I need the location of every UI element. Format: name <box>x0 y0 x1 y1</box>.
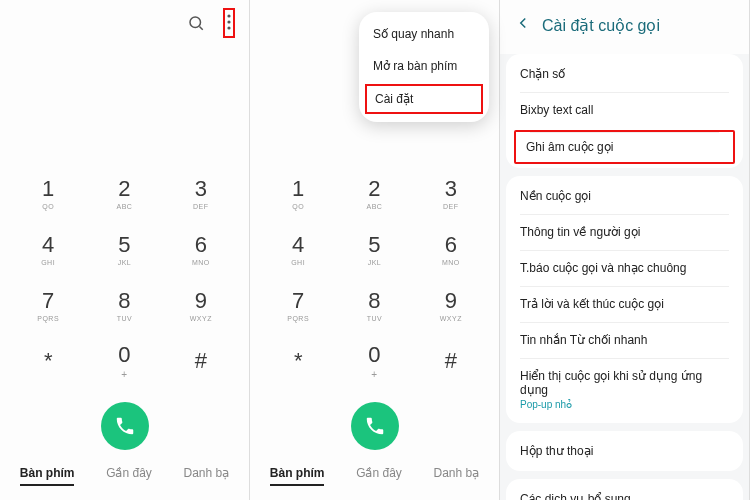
key-3[interactable]: 3DEF <box>171 168 231 218</box>
dialer-panel-step2: Số quay nhanh Mở ra bàn phím Cài đặt 1QO… <box>250 0 500 500</box>
tab-keypad[interactable]: Bàn phím <box>20 466 75 486</box>
settings-list: Chặn số Bixby text call Ghi âm cuộc gọi … <box>500 54 749 500</box>
key-7[interactable]: 7PQRS <box>268 280 328 330</box>
key-3[interactable]: 3DEF <box>421 168 481 218</box>
search-icon[interactable] <box>187 14 205 32</box>
key-6[interactable]: 6MNO <box>171 224 231 274</box>
setting-block-number[interactable]: Chặn số <box>506 56 743 92</box>
setting-notification[interactable]: T.báo cuộc gọi và nhạc chuông <box>506 250 743 286</box>
key-5[interactable]: 5JKL <box>94 224 154 274</box>
setting-bixby[interactable]: Bixby text call <box>506 92 743 128</box>
overflow-menu: Số quay nhanh Mở ra bàn phím Cài đặt <box>359 12 489 122</box>
key-1[interactable]: 1QO <box>18 168 78 218</box>
tab-contacts[interactable]: Danh bạ <box>183 466 229 486</box>
svg-point-4 <box>227 26 230 29</box>
setting-background[interactable]: Nền cuộc gọi <box>506 178 743 214</box>
keypad: 1QO 2ABC 3DEF 4GHI 5JKL 6MNO 7PQRS 8TUV … <box>0 162 249 392</box>
key-hash[interactable]: # <box>171 336 231 386</box>
menu-open-keypad[interactable]: Mở ra bàn phím <box>359 50 489 82</box>
svg-point-2 <box>227 14 230 17</box>
key-0[interactable]: 0+ <box>344 336 404 386</box>
setting-show-in-app[interactable]: Hiển thị cuộc gọi khi sử dụng ứng dụng P… <box>506 358 743 421</box>
key-0[interactable]: 0+ <box>94 336 154 386</box>
bottom-tabs: Bàn phím Gần đây Danh bạ <box>0 458 249 500</box>
dialer-panel-step1: 1QO 2ABC 3DEF 4GHI 5JKL 6MNO 7PQRS 8TUV … <box>0 0 250 500</box>
settings-title: Cài đặt cuộc gọi <box>542 16 660 35</box>
bottom-tabs: Bàn phím Gần đây Danh bạ <box>250 458 499 500</box>
key-5[interactable]: 5JKL <box>344 224 404 274</box>
more-menu-highlight <box>223 8 235 38</box>
key-1[interactable]: 1QO <box>268 168 328 218</box>
key-hash[interactable]: # <box>421 336 481 386</box>
call-button[interactable] <box>351 402 399 450</box>
keypad: 1QO 2ABC 3DEF 4GHI 5JKL 6MNO 7PQRS 8TUV … <box>250 162 499 392</box>
setting-caller-info[interactable]: Thông tin về người gọi <box>506 214 743 250</box>
svg-line-1 <box>199 26 202 29</box>
key-8[interactable]: 8TUV <box>94 280 154 330</box>
key-9[interactable]: 9WXYZ <box>421 280 481 330</box>
more-icon[interactable] <box>227 14 231 30</box>
key-9[interactable]: 9WXYZ <box>171 280 231 330</box>
key-4[interactable]: 4GHI <box>18 224 78 274</box>
svg-point-0 <box>190 17 201 28</box>
setting-voicemail[interactable]: Hộp thư thoại <box>506 433 743 469</box>
tab-recent[interactable]: Gần đây <box>106 466 152 486</box>
key-6[interactable]: 6MNO <box>421 224 481 274</box>
setting-extra-services[interactable]: Các dịch vụ bổ sung <box>506 481 743 500</box>
back-icon[interactable] <box>514 14 532 36</box>
key-4[interactable]: 4GHI <box>268 224 328 274</box>
menu-speed-dial[interactable]: Số quay nhanh <box>359 18 489 50</box>
call-settings-panel: Cài đặt cuộc gọi Chặn số Bixby text call… <box>500 0 750 500</box>
key-star[interactable]: * <box>18 336 78 386</box>
key-7[interactable]: 7PQRS <box>18 280 78 330</box>
tab-contacts[interactable]: Danh bạ <box>433 466 479 486</box>
menu-settings[interactable]: Cài đặt <box>365 84 483 114</box>
call-button[interactable] <box>101 402 149 450</box>
key-2[interactable]: 2ABC <box>344 168 404 218</box>
setting-quick-decline[interactable]: Tin nhắn Từ chối nhanh <box>506 322 743 358</box>
dialer-topbar <box>0 0 249 46</box>
setting-record-call[interactable]: Ghi âm cuộc gọi <box>514 130 735 164</box>
key-star[interactable]: * <box>268 336 328 386</box>
svg-point-3 <box>227 20 230 23</box>
setting-answer-end[interactable]: Trả lời và kết thúc cuộc gọi <box>506 286 743 322</box>
tab-recent[interactable]: Gần đây <box>356 466 402 486</box>
settings-header: Cài đặt cuộc gọi <box>500 0 749 54</box>
key-8[interactable]: 8TUV <box>344 280 404 330</box>
tab-keypad[interactable]: Bàn phím <box>270 466 325 486</box>
key-2[interactable]: 2ABC <box>94 168 154 218</box>
